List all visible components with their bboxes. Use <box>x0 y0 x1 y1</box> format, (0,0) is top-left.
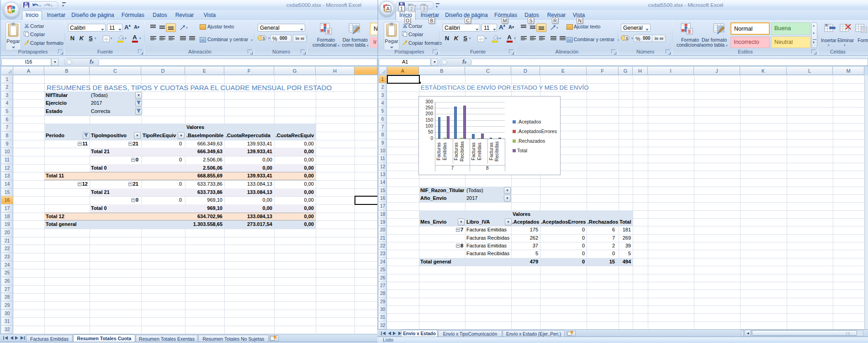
svg-text:$: $ <box>263 36 265 41</box>
svg-text:$: $ <box>626 36 628 41</box>
